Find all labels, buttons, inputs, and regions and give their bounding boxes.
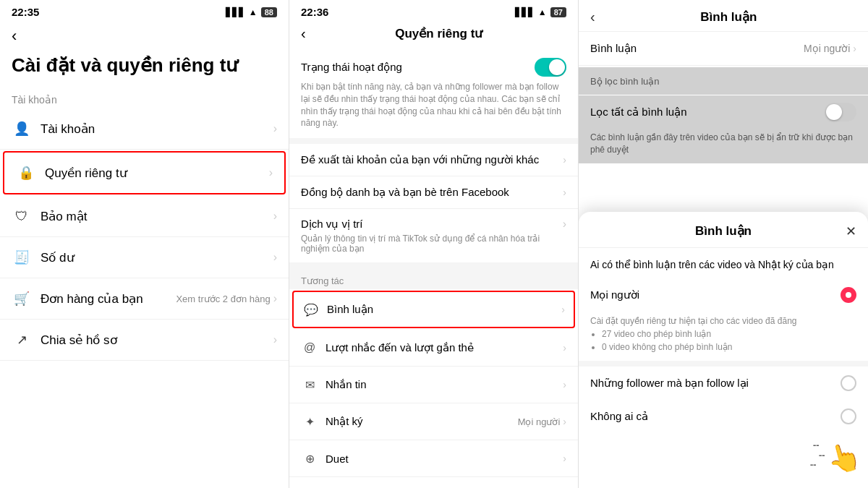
- back-button-1[interactable]: ‹: [0, 21, 289, 51]
- active-status-label: Trạng thái hoạt động: [301, 61, 402, 74]
- modal-question: Ai có thể bình luận trên các video và Nh…: [579, 248, 868, 278]
- battery-icon-1: 88: [261, 7, 277, 17]
- wallet-icon: 🧾: [12, 247, 32, 267]
- time-2: 22:36: [301, 6, 328, 18]
- status-bar-2: 22:36 ▋▋▋ ▲ 87: [289, 0, 578, 21]
- location-section[interactable]: Dịch vụ vị trí › Quản lý thông tin vị tr…: [289, 209, 578, 268]
- modal-header: Bình luận ✕: [579, 223, 868, 248]
- desc-item-1: 27 video cho phép bình luận: [602, 328, 856, 341]
- interaction-section-label: Tương tác: [289, 268, 578, 289]
- signal-icon-2: ▋▋▋: [515, 7, 535, 17]
- status-bar-1: 22:35 ▋▋▋ ▲ 88: [0, 0, 289, 21]
- active-status-section: Trạng thái hoạt động Khi bạn bật tính nă…: [289, 49, 578, 144]
- item-label: Bảo mật: [41, 209, 273, 224]
- filter-section-label: Bộ lọc bình luận: [579, 67, 868, 95]
- item-label: Đồng bộ danh bạ và bạn bè trên Facebook: [301, 186, 563, 199]
- active-status-row[interactable]: Trạng thái hoạt động: [301, 58, 566, 77]
- privacy-item-nhan-tin[interactable]: ✉ Nhắn tin ›: [289, 367, 578, 403]
- page-title-1: Cài đặt và quyền riêng tư: [0, 51, 289, 88]
- item-label: Chia sẻ hồ sơ: [41, 333, 273, 348]
- item-label: Đề xuất tài khoản của bạn với những ngườ…: [301, 153, 563, 166]
- privacy-item-binh-luan[interactable]: 💬 Bình luận ›: [292, 291, 575, 328]
- panel-comment-settings: ‹ Bình luận Bình luận Mọi người › Bộ lọc…: [579, 0, 868, 488]
- chevron-right-icon: ›: [563, 187, 566, 198]
- diary-icon: ✦: [301, 413, 318, 430]
- option-label: Mọi người: [590, 288, 841, 301]
- message-icon: ✉: [301, 376, 318, 393]
- item-label: Nhật ký: [326, 415, 518, 428]
- modal-option-moi-nguoi[interactable]: Mọi người: [579, 278, 868, 312]
- privacy-item-stitch[interactable]: ⊞ Stitch ›: [289, 477, 578, 488]
- modal-close-button[interactable]: ✕: [846, 223, 856, 239]
- privacy-item-duet[interactable]: ⊕ Duet ›: [289, 440, 578, 477]
- radio-unselected-icon[interactable]: [841, 408, 856, 424]
- active-status-desc: Khi bạn bật tính năng này, cả bạn và nhữ…: [301, 81, 566, 129]
- item-label: Bình luận: [327, 303, 561, 316]
- privacy-item-de-xuat[interactable]: Đề xuất tài khoản của bạn với những ngườ…: [289, 144, 578, 176]
- back-button-3[interactable]: ‹: [590, 9, 595, 25]
- status-icons-1: ▋▋▋ ▲ 88: [226, 7, 277, 17]
- item-label: Tài khoản: [41, 121, 273, 137]
- settings-item-bao-mat[interactable]: 🛡 Bảo mật ›: [0, 196, 289, 237]
- location-desc: Quản lý thông tin vị trí mà TikTok sử dụ…: [301, 234, 566, 254]
- modal-option-follower[interactable]: Những follower mà bạn follow lại: [579, 367, 868, 400]
- radio-selected-icon[interactable]: [841, 287, 856, 303]
- panel-settings: 22:35 ▋▋▋ ▲ 88 ‹ Cài đặt và quyền riêng …: [0, 0, 289, 488]
- filter-all-comments-row[interactable]: Lọc tất cả bình luận: [579, 95, 868, 129]
- panel3-header: ‹ Bình luận: [579, 0, 868, 32]
- comment-label: Bình luận: [590, 42, 804, 55]
- back-button-2[interactable]: ‹: [301, 25, 306, 42]
- signal-icon-1: ▋▋▋: [226, 7, 245, 17]
- hand-click-icon: 👆: [823, 438, 864, 478]
- wifi-icon-1: ▲: [249, 7, 258, 17]
- item-label: Duet: [326, 453, 563, 465]
- duet-icon: ⊕: [301, 450, 318, 467]
- item-sub: Mọi người: [518, 416, 561, 427]
- settings-item-chia-se[interactable]: ↗ Chia sẻ hồ sơ ›: [0, 320, 289, 361]
- chevron-right-icon: ›: [273, 210, 277, 223]
- comment-setting-item[interactable]: Bình luận Mọi người ›: [579, 32, 868, 66]
- page-title-2: Quyền riêng tư: [312, 26, 566, 41]
- radio-unselected-icon[interactable]: [841, 375, 856, 391]
- modal-option-nobody[interactable]: Không ai cả: [579, 400, 868, 433]
- chevron-right-icon: ›: [273, 333, 277, 346]
- battery-icon-2: 87: [550, 7, 566, 17]
- chevron-right-icon: ›: [273, 251, 277, 264]
- section-label-1: Tài khoản: [0, 88, 289, 108]
- chevron-right-icon: ›: [563, 379, 566, 390]
- comment-modal: Bình luận ✕ Ai có thể bình luận trên các…: [579, 212, 868, 488]
- item-label: Đơn hàng của bạn: [41, 291, 176, 307]
- item-label: Nhắn tin: [326, 378, 563, 391]
- option-label: Không ai cả: [590, 410, 841, 423]
- chevron-right-icon: ›: [563, 218, 566, 231]
- settings-item-don-hang[interactable]: 🛒 Đơn hàng của bạn Xem trước 2 đơn hàng …: [0, 278, 289, 320]
- privacy-item-nhat-ky[interactable]: ✦ Nhật ký Mọi người ›: [289, 403, 578, 440]
- user-icon: 👤: [12, 119, 32, 139]
- modal-current-settings-desc: Cài đặt quyền riêng tư hiện tại cho các …: [579, 312, 868, 361]
- settings-item-quyen-rieng-tu[interactable]: 🔒 Quyền riêng tư ›: [3, 151, 286, 194]
- filter-section-title: Bộ lọc bình luận: [590, 76, 660, 87]
- option-label: Những follower mà bạn follow lại: [590, 377, 841, 390]
- status-icons-2: ▋▋▋ ▲ 87: [515, 7, 566, 17]
- active-status-toggle[interactable]: [535, 58, 566, 77]
- cart-icon: 🛒: [12, 288, 32, 309]
- mention-icon: @: [301, 339, 318, 356]
- chevron-right-icon: ›: [853, 43, 856, 54]
- privacy-item-luot-nhac[interactable]: @ Lượt nhắc đến và lượt gắn thẻ ›: [289, 330, 578, 367]
- item-label: Số dư: [41, 250, 273, 265]
- item-label: Lượt nhắc đến và lượt gắn thẻ: [326, 341, 563, 354]
- hand-animation-area: ╌ ╌ ╌ 👆: [579, 433, 868, 476]
- privacy-item-dong-bo[interactable]: Đồng bộ danh bạ và bạn bè trên Facebook …: [289, 176, 578, 209]
- chevron-right-icon: ›: [269, 166, 273, 179]
- lock-icon: 🔒: [16, 163, 36, 183]
- time-1: 22:35: [12, 6, 39, 18]
- shield-icon: 🛡: [12, 206, 32, 226]
- modal-title: Bình luận: [695, 223, 752, 239]
- settings-item-so-du[interactable]: 🧾 Số dư ›: [0, 237, 289, 278]
- filter-desc: Các bình luận gần đây trên video của bạn…: [579, 129, 868, 163]
- filter-toggle[interactable]: [825, 103, 856, 121]
- settings-list: 👤 Tài khoản › 🔒 Quyền riêng tư › 🛡 Bảo m…: [0, 108, 289, 488]
- chevron-right-icon: ›: [561, 304, 565, 315]
- modal-separator: [579, 361, 868, 367]
- settings-item-tai-khoan[interactable]: 👤 Tài khoản ›: [0, 108, 289, 150]
